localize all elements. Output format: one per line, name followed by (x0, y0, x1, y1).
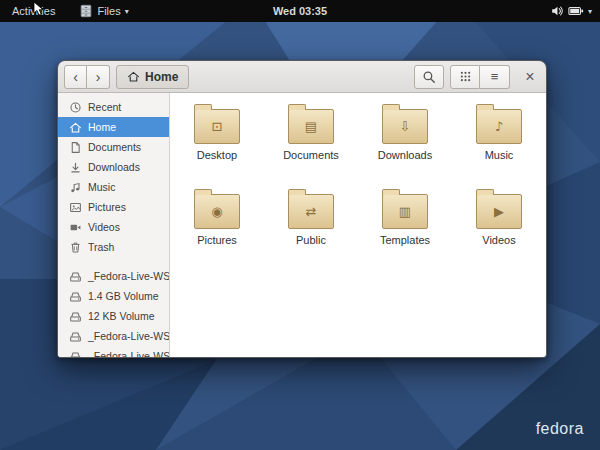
sidebar-item-label: Videos (88, 221, 120, 233)
folder-desktop[interactable]: ⊡ Desktop (170, 100, 264, 185)
drive-icon (69, 270, 82, 283)
sidebar-item-label: Pictures (88, 201, 126, 213)
folder-icon: ▶ (476, 194, 522, 229)
folder-label: Music (485, 149, 514, 161)
caret-down-icon: ▾ (588, 7, 592, 16)
folder-label: Desktop (197, 149, 237, 161)
templates-emblem-icon: ▥ (383, 195, 427, 228)
download-icon (69, 161, 82, 174)
document-icon (69, 141, 82, 154)
drive-icon (69, 350, 82, 358)
trash-icon (69, 241, 82, 254)
video-camera-icon (69, 221, 82, 234)
menu-button[interactable]: ≡ (480, 65, 510, 89)
app-menu[interactable]: Files ▾ (79, 4, 128, 18)
sidebar-item-label: Home (88, 121, 116, 133)
fedora-logo: fedora (536, 420, 584, 438)
sidebar-volumes-section: _Fedora-Live-WS- 1.4 GB Volume 12 KB Vol… (58, 266, 169, 357)
recent-icon (69, 101, 82, 114)
grid-view-icon (459, 70, 472, 83)
pictures-emblem-icon: ◉ (195, 195, 239, 228)
sidebar-item-volume-4[interactable]: _Fedora-Live-WS- (58, 326, 169, 346)
drive-icon (69, 290, 82, 303)
videos-emblem-icon: ▶ (477, 195, 521, 228)
sidebar-item-label: Music (88, 181, 115, 193)
music-emblem-icon: ♪ (477, 110, 521, 143)
folder-downloads[interactable]: ⇩ Downloads (358, 100, 452, 185)
files-app-icon (79, 4, 93, 18)
folder-icon: ⊡ (194, 109, 240, 144)
file-grid: ⊡ Desktop ▤ Documents ⇩ Downloads ♪ Musi… (170, 93, 546, 357)
folder-label: Videos (482, 234, 515, 246)
close-button[interactable]: × (520, 67, 540, 87)
caret-down-icon: ▾ (125, 7, 129, 16)
files-window: ‹ › Home ≡ × Recent (57, 60, 547, 358)
public-emblem-icon: ⇄ (289, 195, 333, 228)
sidebar-item-downloads[interactable]: Downloads (58, 157, 169, 177)
back-button[interactable]: ‹ (64, 65, 87, 89)
sidebar-item-pictures[interactable]: Pictures (58, 197, 169, 217)
sidebar-item-trash[interactable]: Trash (58, 237, 169, 257)
folder-public[interactable]: ⇄ Public (264, 185, 358, 270)
music-note-icon (69, 181, 82, 194)
folder-icon: ♪ (476, 109, 522, 144)
sidebar-item-recent[interactable]: Recent (58, 97, 169, 117)
sidebar-item-documents[interactable]: Documents (58, 137, 169, 157)
forward-button[interactable]: › (87, 65, 110, 89)
sidebar-item-label: _Fedora-Live-WS- (88, 270, 170, 282)
sidebar-item-label: Recent (88, 101, 121, 113)
folder-label: Downloads (378, 149, 432, 161)
folder-label: Documents (283, 149, 339, 161)
sidebar-item-volume-5[interactable]: _Fedora-Live-WS- (58, 346, 169, 357)
view-button-group: ≡ (450, 65, 510, 89)
folder-pictures[interactable]: ◉ Pictures (170, 185, 264, 270)
search-button[interactable] (414, 65, 444, 89)
folder-icon: ▤ (288, 109, 334, 144)
mouse-cursor (33, 1, 45, 17)
sidebar-item-label: _Fedora-Live-WS- (88, 350, 170, 357)
sidebar-item-home[interactable]: Home (58, 117, 169, 137)
sidebar: Recent Home Documents Downloads Music Pi… (58, 93, 170, 357)
folder-icon: ◉ (194, 194, 240, 229)
sidebar-item-label: _Fedora-Live-WS- (88, 330, 170, 342)
home-icon (127, 70, 140, 83)
sidebar-item-label: 1.4 GB Volume (88, 290, 159, 302)
folder-documents[interactable]: ▤ Documents (264, 100, 358, 185)
sidebar-item-volume-3[interactable]: 12 KB Volume (58, 306, 169, 326)
sidebar-item-label: Downloads (88, 161, 140, 173)
clock[interactable]: Wed 03:35 (273, 5, 327, 17)
folder-label: Pictures (197, 234, 237, 246)
hamburger-icon: ≡ (491, 69, 499, 84)
drive-icon (69, 310, 82, 323)
sidebar-item-label: 12 KB Volume (88, 310, 155, 322)
grid-view-button[interactable] (450, 65, 480, 89)
sidebar-item-label: Documents (88, 141, 141, 153)
volume-icon (550, 4, 564, 18)
downloads-emblem-icon: ⇩ (383, 110, 427, 143)
folder-label: Templates (380, 234, 430, 246)
headerbar: ‹ › Home ≡ × (58, 61, 546, 93)
folder-icon: ▥ (382, 194, 428, 229)
system-status-area[interactable]: ▾ (550, 4, 592, 18)
folder-icon: ⇩ (382, 109, 428, 144)
folder-templates[interactable]: ▥ Templates (358, 185, 452, 270)
sidebar-item-volume-2[interactable]: 1.4 GB Volume (58, 286, 169, 306)
search-icon (422, 70, 436, 84)
sidebar-item-volume-1[interactable]: _Fedora-Live-WS- (58, 266, 169, 286)
sidebar-item-videos[interactable]: Videos (58, 217, 169, 237)
drive-icon (69, 330, 82, 343)
folder-icon: ⇄ (288, 194, 334, 229)
app-menu-label: Files (97, 5, 120, 17)
folder-music[interactable]: ♪ Music (452, 100, 546, 185)
sidebar-item-music[interactable]: Music (58, 177, 169, 197)
nav-button-group: ‹ › (64, 65, 110, 89)
path-label: Home (145, 70, 178, 84)
folder-label: Public (296, 234, 326, 246)
path-button-home[interactable]: Home (116, 65, 189, 89)
documents-emblem-icon: ▤ (289, 110, 333, 143)
desktop-emblem-icon: ⊡ (195, 110, 239, 143)
home-icon (69, 121, 82, 134)
image-icon (69, 201, 82, 214)
folder-videos[interactable]: ▶ Videos (452, 185, 546, 270)
sidebar-item-label: Trash (88, 241, 114, 253)
